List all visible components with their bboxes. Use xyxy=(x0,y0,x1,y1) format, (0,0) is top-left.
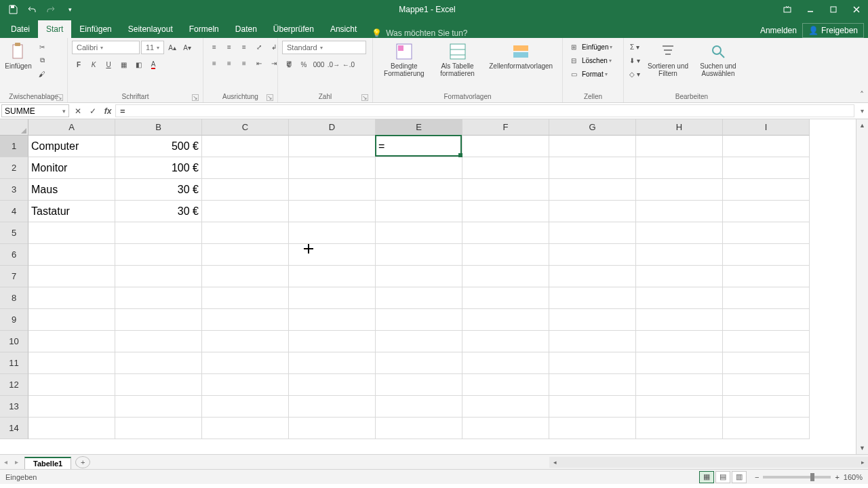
cell-C3[interactable] xyxy=(202,179,289,201)
tab-data[interactable]: Daten xyxy=(227,20,265,38)
select-all-corner[interactable] xyxy=(0,119,28,136)
cell-A7[interactable] xyxy=(28,266,115,287)
cell-A3[interactable]: Maus xyxy=(28,179,115,201)
cell-I4[interactable] xyxy=(723,201,810,222)
column-header-E[interactable]: E xyxy=(376,119,462,136)
row-header-14[interactable]: 14 xyxy=(0,418,28,439)
cell-I12[interactable] xyxy=(723,374,810,396)
cell-A5[interactable] xyxy=(28,222,115,244)
borders-icon[interactable]: ▦ xyxy=(117,58,130,70)
cell-B6[interactable] xyxy=(115,244,202,266)
cell-F8[interactable] xyxy=(462,287,549,309)
cell-A11[interactable] xyxy=(28,352,115,374)
row-header-13[interactable]: 13 xyxy=(0,396,28,418)
format-painter-icon[interactable]: 🖌 xyxy=(35,68,49,80)
cut-icon[interactable]: ✂ xyxy=(35,41,49,53)
cell-D13[interactable] xyxy=(289,396,376,418)
cell-A12[interactable] xyxy=(28,374,115,396)
cell-B10[interactable] xyxy=(115,331,202,352)
cell-F4[interactable] xyxy=(462,201,549,222)
row-header-9[interactable]: 9 xyxy=(0,309,28,331)
row-header-12[interactable]: 12 xyxy=(0,374,28,396)
increase-font-icon[interactable]: A▴ xyxy=(165,41,179,54)
cell-B14[interactable] xyxy=(115,418,202,439)
cell-I11[interactable] xyxy=(723,352,810,374)
cell-F11[interactable] xyxy=(462,352,549,374)
column-header-D[interactable]: D xyxy=(289,119,376,136)
cell-H1[interactable] xyxy=(636,136,723,157)
column-header-B[interactable]: B xyxy=(115,119,202,136)
cell-A1[interactable]: Computer xyxy=(28,136,115,157)
cell-B8[interactable] xyxy=(115,287,202,309)
cell-D2[interactable] xyxy=(289,157,376,179)
cell-F5[interactable] xyxy=(462,222,549,244)
scroll-up-icon[interactable]: ▲ xyxy=(856,119,868,131)
insert-cells-button[interactable]: ⊞Einfügen▾ xyxy=(567,41,612,53)
cell-D12[interactable] xyxy=(289,374,376,396)
column-header-G[interactable]: G xyxy=(549,119,636,136)
orientation-icon[interactable]: ⤢ xyxy=(252,41,266,53)
cell-C11[interactable] xyxy=(202,352,289,374)
cell-G6[interactable] xyxy=(549,244,636,266)
cell-G14[interactable] xyxy=(549,418,636,439)
cell-I8[interactable] xyxy=(723,287,810,309)
row-header-10[interactable]: 10 xyxy=(0,331,28,352)
horizontal-scrollbar[interactable]: ◂ ▸ xyxy=(549,457,868,468)
increase-decimal-icon[interactable]: .0→ xyxy=(327,58,340,70)
zoom-level[interactable]: 160% xyxy=(844,473,863,481)
cell-E1[interactable]: = xyxy=(376,136,462,157)
vertical-scrollbar[interactable]: ▲ ▼ xyxy=(856,119,868,454)
cell-D3[interactable] xyxy=(289,179,376,201)
font-dialog-launcher-icon[interactable]: ↘ xyxy=(192,94,199,101)
delete-cells-button[interactable]: ⊟Löschen▾ xyxy=(567,54,612,66)
cell-H8[interactable] xyxy=(636,287,723,309)
cell-I13[interactable] xyxy=(723,396,810,418)
fill-color-icon[interactable]: ◧ xyxy=(132,58,145,70)
cell-G12[interactable] xyxy=(549,374,636,396)
cell-D11[interactable] xyxy=(289,352,376,374)
cell-D1[interactable] xyxy=(289,136,376,157)
cell-F7[interactable] xyxy=(462,266,549,287)
cell-D6[interactable] xyxy=(289,244,376,266)
cell-G11[interactable] xyxy=(549,352,636,374)
cell-G1[interactable] xyxy=(549,136,636,157)
cell-A9[interactable] xyxy=(28,309,115,331)
row-header-2[interactable]: 2 xyxy=(0,157,28,179)
cell-C1[interactable] xyxy=(202,136,289,157)
cell-H3[interactable] xyxy=(636,179,723,201)
cell-H13[interactable] xyxy=(636,396,723,418)
tab-formulas[interactable]: Formeln xyxy=(181,20,227,38)
cell-D9[interactable] xyxy=(289,309,376,331)
bold-button[interactable]: F xyxy=(72,58,85,70)
align-middle-icon[interactable]: ≡ xyxy=(222,41,236,53)
row-header-6[interactable]: 6 xyxy=(0,244,28,266)
collapse-ribbon-icon[interactable]: ˄ xyxy=(860,90,864,100)
cell-D14[interactable] xyxy=(289,418,376,439)
cell-I14[interactable] xyxy=(723,418,810,439)
cell-D7[interactable] xyxy=(289,266,376,287)
cell-G13[interactable] xyxy=(549,396,636,418)
cell-C2[interactable] xyxy=(202,157,289,179)
format-as-table-button[interactable]: Als Tabelle formatieren xyxy=(434,41,481,77)
tell-me-search[interactable]: 💡 Was möchten Sie tun? xyxy=(365,28,760,38)
cell-styles-button[interactable]: Zellenformatvorlagen xyxy=(484,41,558,70)
minimize-icon[interactable] xyxy=(799,0,822,19)
decrease-font-icon[interactable]: A▾ xyxy=(180,41,194,54)
cell-E14[interactable] xyxy=(376,418,462,439)
cell-G3[interactable] xyxy=(549,179,636,201)
cancel-formula-icon[interactable]: ✕ xyxy=(71,106,85,116)
paste-button[interactable]: Einfügen xyxy=(4,41,33,70)
cell-F6[interactable] xyxy=(462,244,549,266)
cell-D5[interactable] xyxy=(289,222,376,244)
copy-icon[interactable]: ⧉ xyxy=(35,54,49,66)
sign-in-link[interactable]: Anmelden xyxy=(760,26,797,35)
cell-E12[interactable] xyxy=(376,374,462,396)
cell-A4[interactable]: Tastatur xyxy=(28,201,115,222)
cell-B11[interactable] xyxy=(115,352,202,374)
new-sheet-button[interactable]: + xyxy=(75,456,90,468)
row-header-8[interactable]: 8 xyxy=(0,287,28,309)
cell-F14[interactable] xyxy=(462,418,549,439)
maximize-icon[interactable] xyxy=(822,0,845,19)
cell-E13[interactable] xyxy=(376,396,462,418)
align-bottom-icon[interactable]: ≡ xyxy=(237,41,251,53)
